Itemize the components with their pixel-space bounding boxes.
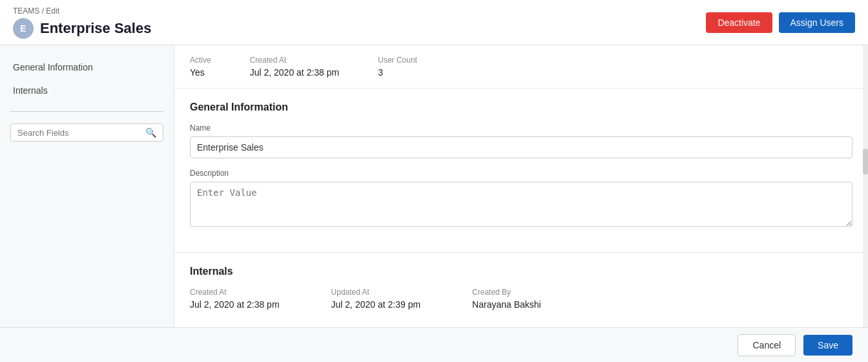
- stat-created-at: Created At Jul 2, 2020 at 2:38 pm: [250, 56, 340, 78]
- save-button[interactable]: Save: [803, 335, 852, 356]
- stat-created-at-value: Jul 2, 2020 at 2:38 pm: [250, 67, 340, 78]
- internals-title: Internals: [190, 266, 852, 277]
- stat-active-value: Yes: [190, 67, 211, 78]
- internals-updated-at: Updated At Jul 2, 2020 at 2:39 pm: [331, 288, 421, 310]
- search-icon: 🔍: [145, 127, 156, 138]
- header-buttons: Deactivate Assign Users: [706, 12, 855, 33]
- stats-bar: Active Yes Created At Jul 2, 2020 at 2:3…: [174, 45, 868, 89]
- footer: Cancel Save: [0, 327, 868, 362]
- description-label: Description: [190, 169, 852, 178]
- general-information-title: General Information: [190, 101, 852, 113]
- scroll-thumb[interactable]: [863, 149, 868, 175]
- stat-user-count: User Count 3: [378, 56, 417, 78]
- internals-created-by-label: Created By: [472, 288, 541, 297]
- stat-created-at-label: Created At: [250, 56, 340, 65]
- internals-created-by-value: Narayana Bakshi: [472, 299, 541, 310]
- main-body: General Information Internals 🔍 Active Y…: [0, 45, 868, 327]
- internals-updated-at-value: Jul 2, 2020 at 2:39 pm: [331, 299, 421, 310]
- internals-created-at-label: Created At: [190, 288, 280, 297]
- sidebar-divider: [10, 111, 163, 112]
- internals-created-at: Created At Jul 2, 2020 at 2:38 pm: [190, 288, 280, 310]
- name-field-group: Name: [190, 123, 852, 158]
- search-input[interactable]: [17, 128, 141, 138]
- internals-grid: Created At Jul 2, 2020 at 2:38 pm Update…: [190, 288, 852, 310]
- cancel-button[interactable]: Cancel: [738, 334, 796, 356]
- breadcrumb-section: TEAMS / Edit E Enterprise Sales: [13, 6, 151, 39]
- sidebar-search[interactable]: 🔍: [10, 123, 163, 142]
- internals-section: Internals Created At Jul 2, 2020 at 2:38…: [174, 253, 868, 323]
- sidebar-item-internals[interactable]: Internals: [10, 81, 163, 100]
- name-input[interactable]: [190, 136, 852, 158]
- description-field-group: Description: [190, 169, 852, 229]
- stat-active: Active Yes: [190, 56, 211, 78]
- scrollbar[interactable]: [863, 45, 868, 327]
- sidebar: General Information Internals 🔍: [0, 45, 174, 327]
- page-title-row: E Enterprise Sales: [13, 18, 151, 39]
- avatar: E: [13, 18, 34, 39]
- stat-user-count-value: 3: [378, 67, 417, 78]
- internals-created-at-value: Jul 2, 2020 at 2:38 pm: [190, 299, 280, 310]
- internals-created-by: Created By Narayana Bakshi: [472, 288, 541, 310]
- assign-users-button[interactable]: Assign Users: [779, 12, 855, 33]
- breadcrumb: TEAMS / Edit: [13, 6, 151, 16]
- internals-updated-at-label: Updated At: [331, 288, 421, 297]
- description-textarea[interactable]: [190, 182, 852, 227]
- deactivate-button[interactable]: Deactivate: [706, 12, 772, 33]
- content-area: Active Yes Created At Jul 2, 2020 at 2:3…: [174, 45, 868, 327]
- name-label: Name: [190, 123, 852, 133]
- stat-user-count-label: User Count: [378, 56, 417, 65]
- general-information-section: General Information Name Description: [174, 89, 868, 253]
- page-title: Enterprise Sales: [40, 20, 151, 37]
- stat-active-label: Active: [190, 56, 211, 65]
- top-header: TEAMS / Edit E Enterprise Sales Deactiva…: [0, 0, 868, 45]
- sidebar-item-general-information[interactable]: General Information: [10, 58, 163, 76]
